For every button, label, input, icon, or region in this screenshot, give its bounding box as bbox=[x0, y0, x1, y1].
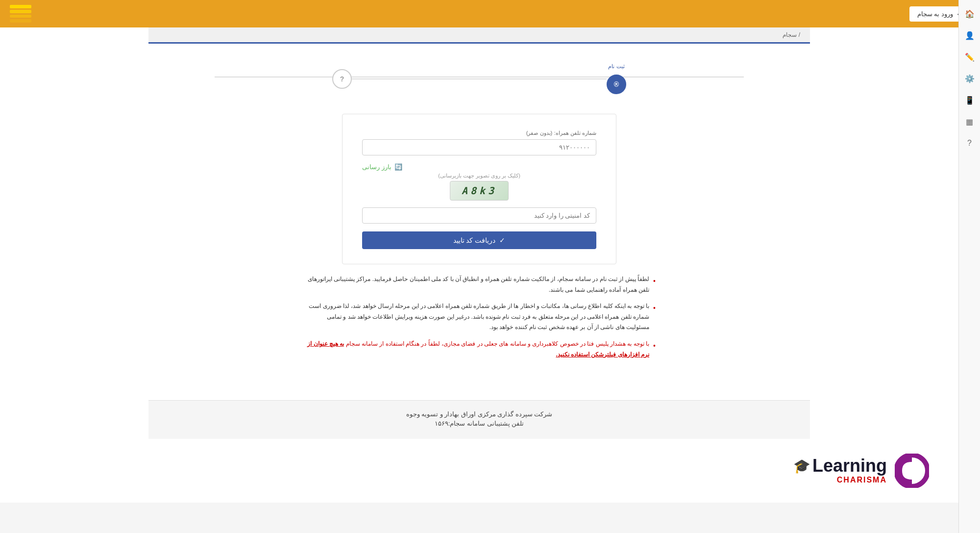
submit-label: دریافت کد تایید bbox=[453, 236, 496, 244]
charisma-c-logo bbox=[895, 454, 929, 488]
bottom-logo-section: Learning 🎓 CHARISMA bbox=[0, 439, 958, 503]
sidebar-help-icon[interactable]: ? bbox=[961, 134, 979, 152]
page-footer: شرکت سپرده گذاری مرکزی اوراق بهادار و تس… bbox=[148, 400, 810, 439]
note-3-bullet: • bbox=[653, 340, 656, 352]
phone-input[interactable] bbox=[362, 139, 596, 155]
captcha-image[interactable]: A8k3 bbox=[450, 181, 509, 201]
sidebar-edit-icon[interactable]: ✏️ bbox=[961, 48, 979, 66]
sidebar-home-icon[interactable]: 🏠 bbox=[961, 5, 979, 23]
step-line bbox=[352, 78, 607, 79]
header-logo-stripes bbox=[10, 5, 31, 23]
breadcrumb-separator: / bbox=[799, 31, 800, 38]
step-2-symbol: ? bbox=[340, 75, 344, 83]
logo-text-group: Learning 🎓 CHARISMA bbox=[793, 457, 887, 484]
sidebar-user-icon[interactable]: 👤 bbox=[961, 26, 979, 44]
step-1-circle: ® bbox=[607, 75, 626, 94]
step-indicator: ثبت نام ® ? bbox=[148, 44, 810, 109]
sidebar-mobile-icon[interactable]: 📱 bbox=[961, 91, 979, 109]
step-1-symbol: ® bbox=[614, 80, 619, 88]
note-3-text: با توجه به هشدار پلیس فتا در خصوص کلاهبر… bbox=[303, 339, 649, 360]
captcha-label: 🔄 بارز رسانی bbox=[362, 163, 596, 171]
sidebar-settings-icon[interactable]: ⚙️ bbox=[961, 70, 979, 87]
captcha-input[interactable] bbox=[362, 207, 596, 224]
header-bar: ← ورود به سجام bbox=[0, 0, 980, 27]
logo-hat-icon: 🎓 bbox=[793, 458, 810, 474]
notes-section: • لطفاً پیش از ثبت نام در سامانه سجام، ا… bbox=[293, 269, 665, 381]
phone-hint: (بدون صفر) bbox=[526, 130, 552, 136]
note-3: • با توجه به هشدار پلیس فتا در خصوص کلاه… bbox=[303, 339, 656, 360]
breadcrumb-item-sajam[interactable]: سجام bbox=[783, 31, 797, 38]
footer-support: تلفن پشتیبانی سامانه سجام:۱۵۶۹ bbox=[158, 420, 800, 427]
note-2: • با توجه به اینکه کلیه اطلاع رسانی ها، … bbox=[303, 301, 656, 333]
submit-checkmark-icon: ✓ bbox=[499, 236, 505, 244]
note-1-bullet: • bbox=[653, 275, 656, 287]
captcha-group: 🔄 بارز رسانی (کلیک بر روی تصویر جهت بازی… bbox=[362, 163, 596, 224]
logo-charisma-text: CHARISMA bbox=[793, 476, 887, 484]
note-2-bullet: • bbox=[653, 302, 656, 314]
logo-learning-text: Learning bbox=[812, 457, 887, 475]
phone-group: شماره تلفن همراه: (بدون صفر) bbox=[362, 129, 596, 155]
breadcrumb: / سجام bbox=[148, 27, 810, 44]
note-1-text: لطفاً پیش از ثبت نام در سامانه سجام، از … bbox=[303, 274, 649, 295]
right-sidebar: 🏠 👤 ✏️ ⚙️ 📱 ▦ ? bbox=[958, 0, 980, 533]
sidebar-grid-icon[interactable]: ▦ bbox=[961, 113, 979, 130]
phone-label: شماره تلفن همراه: (بدون صفر) bbox=[362, 129, 596, 136]
step-2-circle: ? bbox=[332, 69, 352, 89]
step-1: ثبت نام ® bbox=[607, 63, 626, 94]
note-1: • لطفاً پیش از ثبت نام در سامانه سجام، ا… bbox=[303, 274, 656, 295]
step-1-label: ثبت نام bbox=[608, 63, 624, 70]
step-2: ? bbox=[332, 69, 352, 89]
footer-company: شرکت سپرده گذاری مرکزی اوراق بهادار و تس… bbox=[158, 410, 800, 418]
svg-rect-1 bbox=[908, 463, 919, 468]
captcha-label-text: بارز رسانی bbox=[362, 163, 392, 171]
svg-rect-2 bbox=[908, 473, 919, 478]
login-label: ورود به سجام bbox=[917, 10, 953, 18]
main-content: / سجام ثبت نام ® ? bbox=[0, 27, 958, 439]
form-card: شماره تلفن همراه: (بدون صفر) 🔄 بارز رسان… bbox=[342, 114, 616, 264]
note-2-text: با توجه به اینکه کلیه اطلاع رسانی ها، مک… bbox=[303, 301, 649, 333]
captcha-hint: (کلیک بر روی تصویر جهت بازیرسانی) bbox=[362, 173, 596, 179]
submit-button[interactable]: ✓ دریافت کد تایید bbox=[362, 231, 596, 249]
